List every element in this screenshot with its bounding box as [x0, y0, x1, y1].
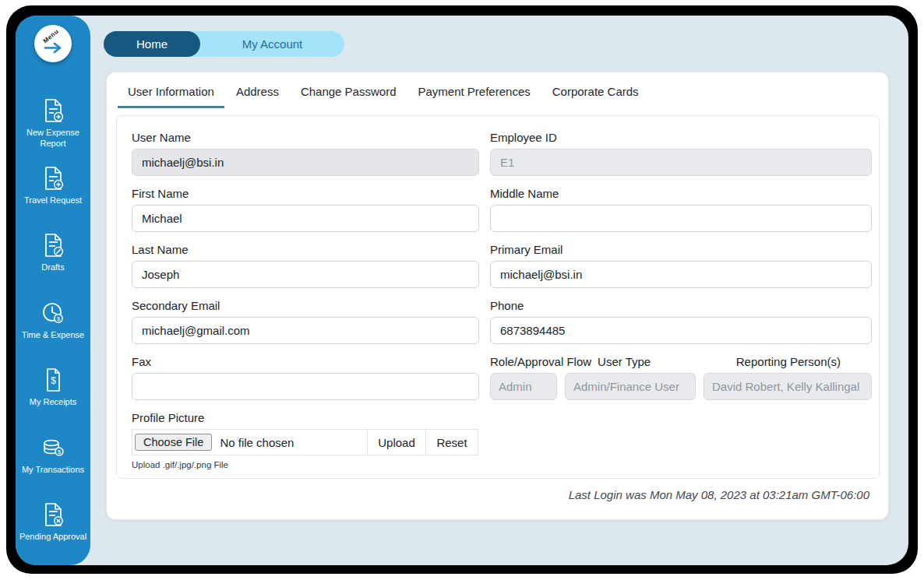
tab-my-account[interactable]: My Account [200, 31, 344, 57]
sidebar-item-drafts[interactable]: Drafts [16, 226, 90, 294]
fax-group: Fax [132, 355, 479, 411]
document-plus-icon [39, 164, 67, 192]
employee-id-label: Employee ID [490, 131, 872, 144]
primary-email-label: Primary Email [490, 243, 872, 256]
sidebar-item-label: Drafts [17, 262, 89, 272]
sidebar-item-time-expense[interactable]: $ Time & Expense [16, 294, 90, 361]
middle-name-label: Middle Name [490, 187, 872, 200]
document-pending-icon [39, 501, 67, 529]
arrow-right-icon [44, 42, 63, 54]
phone-field[interactable] [490, 317, 872, 344]
secondary-email-field[interactable] [132, 317, 479, 344]
sidebar-item-label: My Transactions [17, 464, 89, 475]
primary-email-group: Primary Email [490, 243, 872, 299]
fax-label: Fax [132, 355, 479, 368]
upload-button[interactable]: Upload [367, 430, 425, 455]
tab-my-account-label: My Account [242, 37, 303, 51]
primary-email-field[interactable] [490, 261, 872, 288]
screen-background: Menu [16, 16, 908, 565]
sidebar-item-new-expense-report[interactable]: New Expense Report [16, 91, 90, 159]
middle-name-group: Middle Name [490, 187, 872, 243]
tab-change-password[interactable]: Change Password [291, 85, 407, 108]
menu-button[interactable]: Menu [34, 25, 72, 62]
upload-format-note: Upload .gif/.jpg/.png File [132, 460, 479, 469]
sidebar-item-label: My Receipts [17, 396, 89, 407]
profile-picture-upload-control: Choose File No file chosen Upload Reset [132, 429, 478, 455]
profile-picture-label: Profile Picture [132, 411, 479, 424]
choose-file-button[interactable]: Choose File [135, 434, 212, 451]
tab-address[interactable]: Address [226, 85, 289, 108]
reporting-persons-label: Reporting Person(s) [736, 355, 841, 368]
tab-payment-preferences[interactable]: Payment Preferences [407, 85, 540, 108]
role-approval-flow-label: Role/Approval Flow [490, 355, 591, 368]
svg-text:$: $ [51, 375, 56, 386]
top-tabs: My Account Home [104, 31, 344, 57]
employee-id-field [490, 149, 872, 176]
sidebar-item-pending-approval[interactable]: Pending Approval [16, 495, 90, 563]
last-name-group: Last Name [132, 243, 479, 299]
account-card: User Information Address Change Password… [106, 72, 889, 520]
tab-home-label: Home [136, 37, 168, 51]
account-subtabs: User Information Address Change Password… [107, 72, 888, 108]
employee-id-group: Employee ID [490, 131, 872, 187]
fax-field[interactable] [132, 373, 479, 400]
last-login-text: Last Login was Mon May 08, 2023 at 03:21… [569, 488, 869, 501]
document-plus-icon [39, 97, 67, 125]
user-type-label: User Type [598, 355, 651, 368]
document-edit-icon [39, 231, 67, 259]
phone-group: Phone [490, 299, 872, 355]
tab-corporate-cards[interactable]: Corporate Cards [542, 85, 649, 108]
device-frame: Menu [6, 5, 918, 574]
phone-label: Phone [490, 299, 872, 312]
sidebar-item-my-transactions[interactable]: $ My Transactions [16, 428, 90, 496]
user-name-field [132, 149, 479, 176]
reset-button[interactable]: Reset [425, 430, 478, 455]
user-type-field [565, 373, 696, 400]
coins-dollar-icon: $ [39, 434, 67, 462]
tab-home[interactable]: Home [104, 31, 200, 57]
reporting-persons-field [704, 373, 872, 400]
sidebar-item-travel-request[interactable]: Travel Request [16, 159, 90, 227]
role-usertype-reporting-group: Role/Approval Flow User Type Reporting P… [490, 355, 872, 411]
profile-picture-group: Profile Picture Choose File No file chos… [132, 411, 479, 469]
user-name-group: User Name [132, 131, 479, 187]
first-name-label: First Name [132, 187, 479, 200]
secondary-email-group: Secondary Email [132, 299, 479, 355]
user-information-form: User Name Employee ID First Name Middle … [116, 115, 880, 479]
receipt-dollar-icon: $ [39, 366, 67, 394]
sidebar-item-label: Travel Request [17, 195, 89, 206]
file-chosen-text: No file chosen [220, 436, 294, 449]
sidebar-item-my-receipts[interactable]: $ My Receipts [16, 360, 90, 428]
middle-name-field[interactable] [490, 205, 872, 232]
clock-dollar-icon: $ [39, 299, 67, 327]
tab-user-information[interactable]: User Information [118, 85, 224, 108]
first-name-group: First Name [132, 187, 479, 243]
sidebar-item-label: Pending Approval [17, 531, 89, 542]
first-name-field[interactable] [132, 205, 479, 232]
user-name-label: User Name [132, 131, 479, 144]
last-name-field[interactable] [132, 261, 479, 288]
last-name-label: Last Name [132, 243, 479, 256]
secondary-email-label: Secondary Email [132, 299, 479, 312]
sidebar-nav: New Expense Report Travel Request [16, 91, 90, 563]
role-approval-flow-field [490, 373, 557, 400]
sidebar-item-label: Time & Expense [17, 329, 89, 340]
app-window: Menu [0, 0, 924, 580]
sidebar-item-label: New Expense Report [17, 127, 89, 149]
sidebar: Menu [16, 16, 90, 565]
